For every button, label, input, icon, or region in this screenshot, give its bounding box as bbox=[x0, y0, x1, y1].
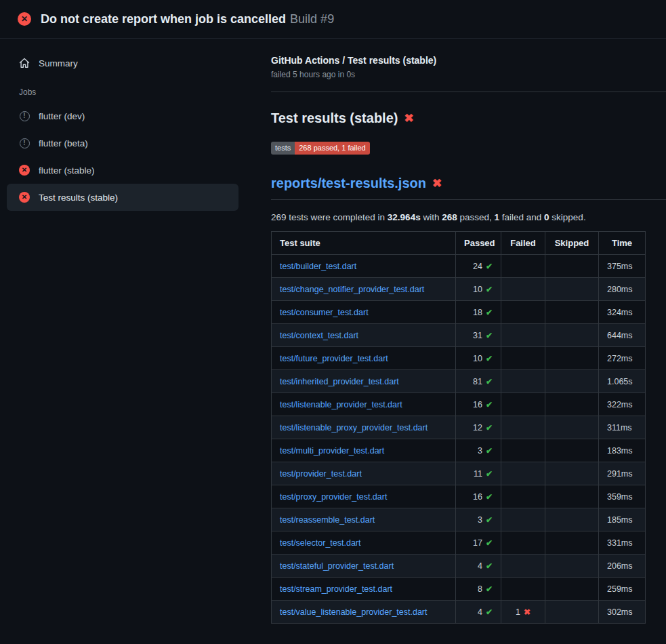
time-value: 311ms bbox=[607, 423, 632, 432]
passed-count: 16 bbox=[473, 492, 482, 502]
time-value: 291ms bbox=[607, 469, 633, 479]
check-icon: ✔ bbox=[486, 446, 493, 456]
sidebar-item-flutter-stable[interactable]: ✕ flutter (stable) bbox=[7, 157, 238, 184]
red-x-icon: ✖ bbox=[404, 113, 413, 124]
x-circle-fill-icon: ✕ bbox=[18, 12, 31, 26]
check-icon: ✔ bbox=[486, 285, 493, 294]
passed-count: 81 bbox=[473, 377, 482, 386]
report-link[interactable]: reports/test-results.json bbox=[271, 176, 426, 191]
sidebar-item-label: flutter (dev) bbox=[39, 111, 85, 121]
check-icon: ✔ bbox=[486, 331, 493, 340]
time-value: 280ms bbox=[607, 285, 633, 294]
time-value: 324ms bbox=[607, 308, 633, 317]
tests-badge: tests 268 passed, 1 failed bbox=[271, 142, 370, 155]
sidebar-item-test-results-stable[interactable]: ✕ Test results (stable) bbox=[7, 184, 238, 211]
suite-link[interactable]: test/proxy_provider_test.dart bbox=[280, 492, 387, 502]
suite-link[interactable]: test/listenable_proxy_provider_test.dart bbox=[280, 423, 428, 432]
main-content: GitHub Actions / Test results (stable) f… bbox=[257, 39, 666, 640]
column-header-skipped: Skipped bbox=[545, 232, 599, 255]
passed-count: 10 bbox=[473, 285, 482, 294]
time-value: 206ms bbox=[607, 561, 633, 571]
suite-link[interactable]: test/stream_provider_test.dart bbox=[280, 584, 392, 594]
sidebar-item-flutter-beta[interactable]: ! flutter (beta) bbox=[7, 129, 238, 157]
run-header: ✕ Do not create report when job is cance… bbox=[0, 0, 666, 39]
run-title-text: Do not create report when job is cancell… bbox=[41, 12, 286, 26]
results-table-body: test/builder_test.dart 24✔ ✖ 375ms test/… bbox=[272, 255, 646, 624]
passed-count: 17 bbox=[473, 538, 482, 548]
passed-count: 16 bbox=[473, 400, 482, 409]
sidebar-item-label: Summary bbox=[39, 58, 78, 68]
suite-link[interactable]: test/provider_test.dart bbox=[280, 469, 362, 479]
check-icon: ✔ bbox=[486, 561, 493, 571]
passed-count: 8 bbox=[478, 584, 482, 594]
sidebar-item-summary[interactable]: Summary bbox=[7, 49, 238, 77]
divider bbox=[271, 92, 666, 92]
check-icon: ✔ bbox=[486, 400, 493, 409]
breadcrumb: GitHub Actions / Test results (stable) bbox=[271, 55, 666, 66]
passed-count: 3 bbox=[478, 446, 482, 456]
report-title: reports/test-results.json ✖ bbox=[271, 176, 666, 200]
suite-link[interactable]: test/multi_provider_test.dart bbox=[280, 446, 384, 456]
suite-link[interactable]: test/consumer_test.dart bbox=[280, 308, 369, 317]
jobs-list: ! flutter (dev) ! flutter (beta) ✕ flutt… bbox=[7, 102, 238, 211]
table-row: test/provider_test.dart 11✔ ✖ 291ms bbox=[272, 462, 646, 485]
passed-count: 11 bbox=[474, 469, 482, 479]
time-value: 185ms bbox=[607, 515, 633, 525]
suite-link[interactable]: test/builder_test.dart bbox=[280, 262, 356, 271]
section-title: Test results (stable) ✖ bbox=[271, 110, 666, 126]
sidebar-item-flutter-dev[interactable]: ! flutter (dev) bbox=[7, 102, 238, 129]
check-icon: ✔ bbox=[486, 377, 493, 386]
check-icon: ✔ bbox=[486, 515, 493, 525]
suite-link[interactable]: test/reassemble_test.dart bbox=[280, 515, 375, 525]
x-circle-fill-icon: ✕ bbox=[19, 165, 30, 176]
table-row: test/multi_provider_test.dart 3✔ ✖ 183ms bbox=[272, 439, 646, 462]
table-row: test/builder_test.dart 24✔ ✖ 375ms bbox=[272, 255, 646, 278]
passed-count: 12 bbox=[473, 423, 482, 432]
suite-link[interactable]: test/selector_test.dart bbox=[280, 538, 361, 548]
table-row: test/future_provider_test.dart 10✔ ✖ 272… bbox=[272, 347, 646, 370]
table-row: test/stateful_provider_test.dart 4✔ ✖ 20… bbox=[272, 555, 646, 578]
suite-link[interactable]: test/value_listenable_provider_test.dart bbox=[280, 607, 428, 617]
passed-count: 4 bbox=[478, 561, 482, 571]
suite-link[interactable]: test/context_test.dart bbox=[280, 331, 358, 340]
jobs-section-label: Jobs bbox=[7, 77, 238, 102]
time-value: 322ms bbox=[607, 400, 633, 409]
table-row: test/listenable_provider_test.dart 16✔ ✖… bbox=[272, 393, 646, 416]
table-row: test/listenable_proxy_provider_test.dart… bbox=[272, 416, 646, 439]
suite-link[interactable]: test/inherited_provider_test.dart bbox=[280, 377, 399, 386]
table-row: test/stream_provider_test.dart 8✔ ✖ 259m… bbox=[272, 578, 646, 601]
check-icon: ✔ bbox=[486, 423, 493, 432]
x-icon: ✖ bbox=[524, 607, 530, 617]
passed-count: 18 bbox=[473, 308, 482, 317]
section-title-text: Test results (stable) bbox=[271, 110, 398, 126]
suite-link[interactable]: test/change_notifier_provider_test.dart bbox=[280, 285, 424, 294]
table-row: test/selector_test.dart 17✔ ✖ 331ms bbox=[272, 531, 646, 555]
time-value: 331ms bbox=[607, 538, 633, 548]
build-number: Build #9 bbox=[290, 12, 334, 26]
table-row: test/reassemble_test.dart 3✔ ✖ 185ms bbox=[272, 508, 646, 531]
time-value: 272ms bbox=[607, 354, 633, 363]
home-icon bbox=[19, 58, 30, 68]
check-icon: ✔ bbox=[486, 584, 493, 594]
table-header-row: Test suite Passed Failed Skipped Time bbox=[272, 232, 646, 255]
table-row: test/change_notifier_provider_test.dart … bbox=[272, 278, 646, 301]
time-value: 1.065s bbox=[607, 377, 633, 386]
passed-count: 24 bbox=[473, 262, 482, 271]
check-icon: ✔ bbox=[486, 354, 493, 363]
table-row: test/inherited_provider_test.dart 81✔ ✖ … bbox=[272, 370, 646, 393]
check-icon: ✔ bbox=[486, 469, 493, 479]
check-icon: ✔ bbox=[486, 538, 493, 548]
column-header-test-suite: Test suite bbox=[272, 232, 456, 255]
suite-link[interactable]: test/stateful_provider_test.dart bbox=[280, 561, 394, 571]
time-value: 259ms bbox=[607, 584, 633, 594]
column-header-passed: Passed bbox=[456, 232, 501, 255]
passed-count: 3 bbox=[478, 515, 482, 525]
run-title: Do not create report when job is cancell… bbox=[41, 12, 334, 26]
results-summary-text: 269 tests were completed in 32.964s with… bbox=[271, 212, 666, 222]
badge-label: tests bbox=[271, 142, 295, 155]
time-value: 375ms bbox=[607, 262, 633, 271]
time-value: 644ms bbox=[607, 331, 633, 340]
passed-count: 31 bbox=[473, 331, 482, 340]
suite-link[interactable]: test/future_provider_test.dart bbox=[280, 354, 388, 363]
suite-link[interactable]: test/listenable_provider_test.dart bbox=[280, 400, 402, 409]
